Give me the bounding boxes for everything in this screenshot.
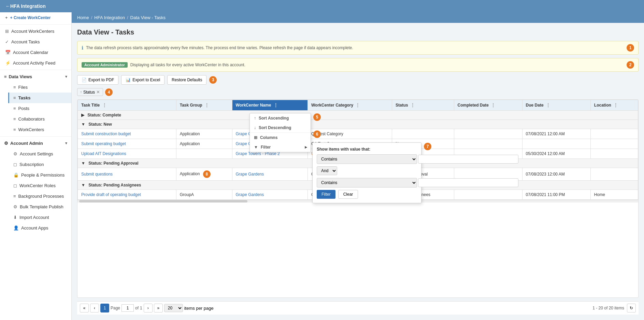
filter-apply-button[interactable]: Filter — [317, 190, 335, 199]
total-pages: 1 — [140, 306, 142, 310]
pagination-right: 1 - 20 of 20 items ↻ — [592, 304, 636, 312]
sidebar-item-account-tasks[interactable]: ✓ Account Tasks — [0, 37, 71, 47]
last-page-button[interactable]: » — [154, 304, 163, 312]
main-content: Home / HFA Integration / Data View - Tas… — [72, 12, 644, 320]
col-workcenter-category: WorkCenter Category ⋮ — [308, 100, 392, 111]
task-group-cell — [176, 149, 232, 159]
prev-page-button[interactable]: ‹ — [90, 304, 99, 312]
filter-and-operator[interactable]: And — [317, 166, 337, 175]
activity-icon: ⚡ — [5, 60, 11, 66]
sort-ascending-option[interactable]: ↑ Sort Ascending — [250, 113, 311, 123]
page-number-input[interactable] — [121, 304, 134, 312]
dataviews-icon: ≡ — [4, 74, 7, 79]
sidebar-group-data-views[interactable]: ≡ Data Views ▾ — [0, 71, 71, 82]
excel-icon: 📊 — [126, 78, 131, 82]
sidebar-item-account-calendar[interactable]: 📅 Account Calendar — [0, 47, 71, 58]
group-toggle-pending-assignees[interactable]: ▼ — [81, 183, 85, 187]
status-filter-tag: ↑ Status ✕ — [77, 88, 103, 96]
back-arrow-icon: ← — [5, 3, 10, 9]
sort-desc-icon: ↓ — [254, 125, 256, 130]
sidebar-item-background-processes[interactable]: ≡ Background Processes — [8, 191, 71, 201]
filter-option[interactable]: ▼ Filter Show items with value that: Con… — [250, 142, 311, 152]
due-date-cell: 07/08/2021 12:00 AM — [522, 129, 590, 139]
group-toggle-pending-approval[interactable]: ▼ — [81, 161, 85, 166]
filter-tag-close[interactable]: ✕ — [96, 89, 100, 95]
columns-option[interactable]: ⊞ Columns — [250, 133, 311, 142]
chevron-down-icon2: ▾ — [65, 141, 67, 145]
sidebar-item-import-account[interactable]: ⬇ Import Account — [8, 212, 71, 223]
items-per-page-label: items per page — [184, 306, 214, 311]
sort-descending-option[interactable]: ↓ Sort Descending — [250, 123, 311, 133]
sidebar-item-collaborators[interactable]: ≡ Collaborators — [8, 114, 71, 124]
export-pdf-button[interactable]: 📄 Export to PDF — [77, 75, 118, 85]
location-cell — [590, 149, 638, 159]
sidebar-item-workcenter-roles[interactable]: ◻ WorkCenter Roles — [8, 180, 71, 191]
sidebar-item-posts[interactable]: ≡ Posts — [8, 103, 71, 114]
filter-value-1[interactable] — [418, 155, 518, 164]
step-badge-6: 6 — [313, 130, 321, 138]
sidebar-item-account-settings[interactable]: ⚙ Account Settings — [8, 149, 71, 159]
col-menu-completed-date[interactable]: ⋮ — [490, 102, 497, 108]
col-location: Location ⋮ — [590, 100, 638, 111]
workcenter-name-cell[interactable]: Grape Gardens — [232, 168, 307, 181]
first-page-button[interactable]: « — [80, 304, 89, 312]
restore-defaults-button[interactable]: Restore Defaults — [167, 75, 206, 85]
filter-operator-2[interactable]: Contains — [317, 178, 417, 187]
breadcrumb-hfa[interactable]: HFA Integration — [94, 15, 125, 20]
sidebar-item-files[interactable]: ≡ Files — [8, 82, 71, 93]
task-group-cell: Application 8 — [176, 168, 232, 181]
step-badge-3: 3 — [209, 76, 217, 84]
breadcrumb-sep1: / — [91, 15, 92, 20]
col-menu-task-group[interactable]: ⋮ — [203, 102, 210, 108]
sidebar-item-account-workcenters[interactable]: ⊞ Account WorkCenters — [0, 26, 71, 37]
col-menu-workcenter-name[interactable]: ⋮ — [272, 102, 279, 108]
sidebar-item-people-permissions[interactable]: 🔒 People & Permissions — [8, 170, 71, 180]
sidebar-item-account-activity-feed[interactable]: ⚡ Account Activity Feed — [0, 58, 71, 68]
workcenter-name-cell[interactable]: Grape Gardens — [232, 190, 307, 200]
group-header-complete: ▶ Status: Complete — [78, 111, 638, 120]
refresh-button[interactable]: ↻ — [627, 304, 636, 312]
table-row: Submit construction budget Application G… — [78, 129, 638, 139]
page-1-button[interactable]: 1 — [100, 304, 109, 312]
settings-icon: ⚙ — [13, 151, 17, 156]
export-excel-button[interactable]: 📊 Export to Excel — [121, 75, 164, 85]
location-cell: Home — [590, 190, 638, 200]
plus-icon: + — [5, 15, 8, 20]
col-status: Status ⋮ — [392, 100, 454, 111]
group-toggle-new[interactable]: ▼ — [81, 122, 85, 127]
task-title-cell[interactable]: Submit questions — [78, 168, 176, 181]
next-page-button[interactable]: › — [144, 304, 153, 312]
sidebar-item-bulk-template-publish[interactable]: ⚙ Bulk Template Publish — [8, 201, 71, 212]
task-title-cell[interactable]: Upload AIT Designations — [78, 149, 176, 159]
step-badge-4: 4 — [105, 88, 113, 96]
col-menu-task-title[interactable]: ⋮ — [101, 102, 108, 108]
col-task-title: Task Title ⋮ — [78, 100, 176, 111]
col-menu-workcenter-category[interactable]: ⋮ — [354, 102, 361, 108]
task-title-cell[interactable]: Submit construction budget — [78, 129, 176, 139]
sidebar-item-workcenters[interactable]: ≡ WorkCenters — [8, 124, 71, 135]
data-table: Task Title ⋮ Task Group ⋮ WorkCenter Nam… — [77, 100, 638, 200]
due-date-cell: 07/08/2023 12:00 AM — [522, 168, 590, 181]
col-menu-status[interactable]: ⋮ — [409, 102, 416, 108]
sidebar-group-account-admin[interactable]: ⚙ Account Admin ▾ — [0, 138, 71, 149]
col-menu-location[interactable]: ⋮ — [612, 102, 619, 108]
pdf-icon: 📄 — [82, 78, 87, 82]
filter-operator-1[interactable]: Contains — [317, 154, 417, 164]
create-workcenter-button[interactable]: + + Create WorkCenter — [0, 12, 71, 23]
sidebar-item-tasks[interactable]: ≡ Tasks — [8, 93, 71, 103]
import-icon: ⬇ — [13, 215, 17, 220]
group-toggle-complete[interactable]: ▶ — [81, 113, 84, 117]
sidebar-item-account-apps[interactable]: 👤 Account Apps — [8, 223, 71, 233]
sidebar-item-subscription[interactable]: ◻ Subscription — [8, 159, 71, 170]
filter-clear-button[interactable]: Clear — [338, 190, 358, 199]
files-icon: ≡ — [13, 85, 16, 90]
task-title-cell[interactable]: Provide draft of operating budget — [78, 190, 176, 200]
filter-value-2[interactable] — [418, 178, 518, 187]
breadcrumb-home[interactable]: Home — [77, 15, 89, 20]
grid-icon: ⊞ — [5, 29, 9, 34]
col-menu-due-date[interactable]: ⋮ — [545, 102, 552, 108]
task-title-cell[interactable]: Submit operating budget — [78, 139, 176, 149]
items-per-page-select[interactable]: 20 50 100 — [164, 304, 183, 312]
step-badge-7: 7 — [424, 143, 431, 150]
filter-panel-label: Show items with value that: — [317, 147, 417, 152]
